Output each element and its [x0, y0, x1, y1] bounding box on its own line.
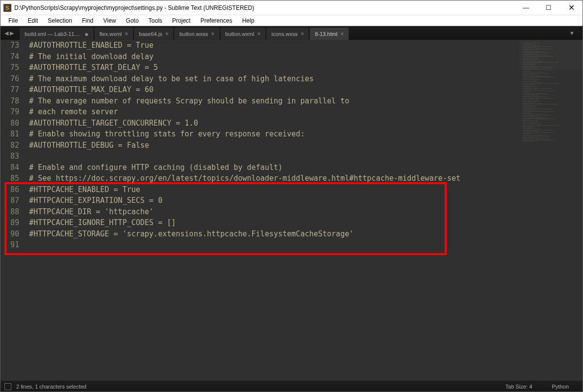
menu-file[interactable]: File	[4, 16, 22, 25]
line-number: 89	[0, 217, 19, 229]
code-content[interactable]: #AUTOTHROTTLE_ENABLED = True# The initia…	[24, 40, 519, 381]
code-line[interactable]: # Enable and configure HTTP caching (dis…	[29, 162, 519, 173]
menu-preferences[interactable]: Preferences	[196, 16, 236, 25]
code-line[interactable]: #AUTOTHROTTLE_DEBUG = False	[29, 140, 519, 151]
line-number: 81	[0, 129, 19, 140]
code-line[interactable]: #HTTPCACHE_DIR = 'httpcache'	[29, 206, 519, 218]
line-number: 82	[0, 140, 19, 151]
statusbar: 2 lines, 1 characters selected Tab Size:…	[0, 381, 583, 392]
menu-find[interactable]: Find	[78, 16, 97, 25]
menu-edit[interactable]: Edit	[24, 16, 42, 25]
line-number: 88	[0, 206, 19, 218]
tab-label: 8-13.html	[315, 31, 337, 37]
status-icon[interactable]	[4, 383, 11, 390]
titlebar: S D:\PythonScripts\Scrapy\myproject\mypr…	[0, 0, 583, 15]
line-number: 78	[0, 96, 19, 107]
line-number: 86	[0, 184, 19, 196]
tab-label: button.wxml	[226, 31, 255, 37]
code-pane[interactable]: 73747576777879808182838485868788899091 #…	[0, 40, 519, 381]
tab-4[interactable]: button.wxml×	[221, 28, 266, 40]
code-line[interactable]: #AUTOTHROTTLE_TARGET_CONCURRENCY = 1.0	[29, 118, 519, 129]
editor-area: 73747576777879808182838485868788899091 #…	[0, 40, 583, 381]
tab-dirty-icon[interactable]: ●	[85, 30, 89, 38]
tab-6[interactable]: 8-13.html×	[310, 28, 349, 40]
tab-label: icons.wxss	[271, 31, 297, 37]
menu-view[interactable]: View	[99, 16, 120, 25]
code-line[interactable]: # each remote server	[29, 106, 519, 118]
line-number: 90	[0, 229, 19, 240]
menu-help[interactable]: Help	[238, 16, 259, 25]
line-gutter: 73747576777879808182838485868788899091	[0, 40, 24, 381]
tab-close-icon[interactable]: ×	[165, 31, 168, 37]
line-number: 85	[0, 173, 19, 184]
code-line[interactable]	[29, 151, 519, 162]
tab-label: flex.wxml	[99, 31, 122, 37]
tab-1[interactable]: flex.wxml×	[95, 28, 133, 40]
line-number: 87	[0, 195, 19, 206]
code-line[interactable]: #HTTPCACHE_EXPIRATION_SECS = 0	[29, 195, 519, 206]
menu-project[interactable]: Project	[168, 16, 194, 25]
tab-close-icon[interactable]: ×	[211, 31, 215, 37]
code-line[interactable]: # The initial download delay	[29, 51, 519, 63]
code-line[interactable]: #AUTOTHROTTLE_START_DELAY = 5	[29, 62, 519, 73]
menu-tools[interactable]: Tools	[145, 16, 166, 25]
line-number: 83	[0, 151, 19, 162]
menu-selection[interactable]: Selection	[44, 16, 76, 25]
code-line[interactable]: # Enable showing throttling stats for ev…	[29, 129, 519, 140]
tab-label: build.xml — Lab3-1160300607	[25, 31, 82, 37]
app-icon: S	[3, 4, 11, 12]
tabbar: ◀ ▶ build.xml — Lab3-1160300607●flex.wxm…	[0, 26, 583, 40]
line-number: 80	[0, 118, 19, 129]
code-line[interactable]: #AUTOTHROTTLE_ENABLED = True	[29, 40, 519, 51]
tab-label: base64.js	[139, 31, 162, 37]
tab-3[interactable]: button.wxss×	[174, 28, 219, 40]
close-button[interactable]: ✕	[560, 0, 583, 15]
code-line[interactable]: #HTTPCACHE_IGNORE_HTTP_CODES = []	[29, 217, 519, 229]
line-number: 91	[0, 239, 19, 251]
tab-nav-arrows[interactable]: ◀ ▶	[4, 26, 20, 40]
line-number: 79	[0, 106, 19, 118]
minimap-viewport[interactable]	[519, 40, 583, 69]
line-number: 84	[0, 162, 19, 173]
minimap[interactable]: #AUTOTHROTTLE_ENABLED = True# The initia…	[519, 40, 583, 381]
tab-0[interactable]: build.xml — Lab3-1160300607●	[20, 28, 94, 40]
maximize-button[interactable]: ☐	[537, 0, 560, 15]
line-number: 76	[0, 73, 19, 85]
window-title: D:\PythonScripts\Scrapy\myproject\myproj…	[14, 4, 515, 11]
line-number: 75	[0, 62, 19, 73]
status-selection: 2 lines, 1 characters selected	[16, 384, 505, 390]
code-line[interactable]: # See https://doc.scrapy.org/en/latest/t…	[29, 173, 519, 184]
tab-menu-icon[interactable]: ▼	[565, 26, 579, 40]
status-syntax[interactable]: Python	[552, 384, 569, 390]
code-line[interactable]: # The average number of requests Scrapy …	[29, 96, 519, 107]
code-line[interactable]	[29, 239, 519, 251]
tab-close-icon[interactable]: ×	[125, 31, 128, 37]
tab-close-icon[interactable]: ×	[300, 31, 304, 37]
line-number: 73	[0, 40, 19, 51]
code-line[interactable]: #AUTOTHROTTLE_MAX_DELAY = 60	[29, 84, 519, 96]
tab-close-icon[interactable]: ×	[340, 31, 344, 37]
line-number: 74	[0, 51, 19, 63]
tab-5[interactable]: icons.wxss×	[266, 28, 309, 40]
code-line[interactable]: #HTTPCACHE_ENABLED = True	[29, 184, 519, 196]
status-tabsize[interactable]: Tab Size: 4	[505, 384, 532, 390]
line-number: 77	[0, 84, 19, 96]
menubar: File Edit Selection Find View Goto Tools…	[0, 15, 583, 26]
minimize-button[interactable]: —	[515, 0, 537, 15]
tab-label: button.wxss	[179, 31, 208, 37]
tab-close-icon[interactable]: ×	[257, 31, 260, 37]
code-line[interactable]: #HTTPCACHE_STORAGE = 'scrapy.extensions.…	[29, 229, 519, 240]
window-controls: — ☐ ✕	[515, 0, 583, 15]
tab-2[interactable]: base64.js×	[134, 28, 173, 40]
menu-goto[interactable]: Goto	[122, 16, 143, 25]
code-line[interactable]: # The maximum download delay to be set i…	[29, 73, 519, 85]
